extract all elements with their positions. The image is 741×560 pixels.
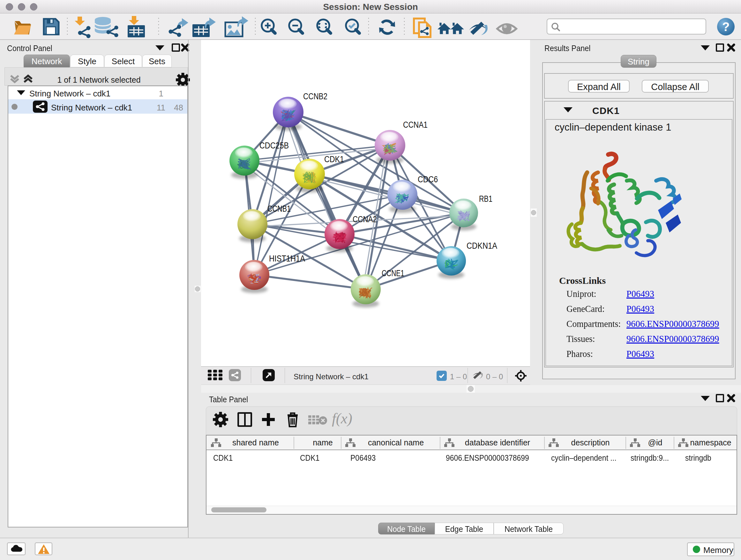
svg-text:CCNA2: CCNA2: [353, 214, 377, 224]
svg-text:CDC6: CDC6: [418, 175, 438, 184]
svg-text:CCNE1: CCNE1: [382, 268, 404, 278]
svg-text:RB1: RB1: [479, 194, 492, 204]
svg-text:CDKN1A: CDKN1A: [467, 241, 497, 251]
svg-text:CDK1: CDK1: [324, 154, 344, 164]
svg-text:HIST1H1A: HIST1H1A: [269, 254, 305, 263]
svg-text:CCNB2: CCNB2: [303, 91, 327, 101]
svg-text:CCNB1: CCNB1: [267, 204, 291, 213]
svg-text:CDC25B: CDC25B: [259, 141, 289, 150]
svg-text:CCNA1: CCNA1: [403, 120, 428, 130]
